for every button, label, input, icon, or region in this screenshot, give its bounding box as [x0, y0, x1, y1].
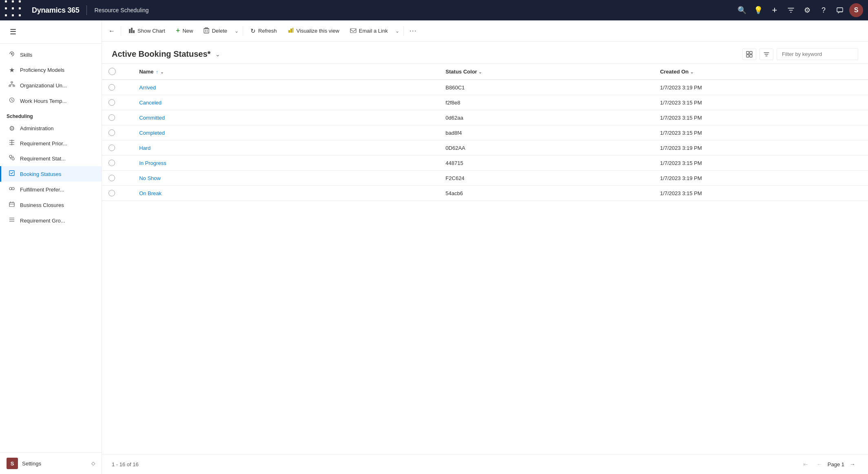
row-name-cell-3: Completed [133, 125, 439, 140]
created-chevron-icon[interactable]: ⌄ [690, 70, 693, 74]
sidebar-nav: Skills ★ Proficiency Models Organization… [0, 44, 102, 452]
name-sort-icon[interactable]: ↑ [156, 69, 158, 74]
row-name-link-2[interactable]: Committed [139, 115, 165, 121]
new-button[interactable]: + New [171, 24, 198, 38]
business-closures-icon [8, 201, 16, 209]
email-dropdown-button[interactable]: ⌄ [394, 24, 401, 38]
sidebar-item-requirement-status[interactable]: Requirement Stat... [0, 151, 102, 166]
row-name-link-4[interactable]: Hard [139, 145, 151, 151]
email-icon [350, 27, 356, 34]
table-header-row: Name ↑ ⌄ Status Color ⌄ Created On ⌄ [102, 64, 868, 80]
req-priority-icon [8, 140, 16, 147]
delete-icon [204, 27, 209, 35]
first-page-button[interactable]: ⇤ [800, 458, 811, 470]
email-link-button[interactable]: Email a Link [345, 24, 393, 38]
column-header-name: Name ↑ ⌄ [133, 64, 439, 80]
skills-icon [8, 51, 16, 59]
sidebar-item-fulfillment[interactable]: Fulfillment Prefer... [0, 182, 102, 197]
sidebar-item-label-fulfillment: Fulfillment Prefer... [20, 187, 64, 193]
row-name-cell-5: In Progress [133, 156, 439, 171]
row-checkbox-7[interactable] [108, 190, 115, 196]
row-name-link-3[interactable]: Completed [139, 130, 165, 136]
filter-input[interactable] [777, 48, 858, 60]
row-name-link-7[interactable]: On Break [139, 190, 162, 196]
svg-rect-31 [750, 55, 752, 57]
help-icon[interactable]: ? [817, 3, 830, 17]
module-name: Resource Scheduling [94, 7, 148, 13]
svg-rect-0 [837, 8, 843, 12]
row-checkbox-4[interactable] [108, 145, 115, 151]
sidebar-item-booking-statuses[interactable]: Booking Statuses [0, 166, 102, 182]
sidebar-item-label-skills: Skills [20, 52, 32, 58]
sidebar-item-workhours[interactable]: Work Hours Temp... [0, 93, 102, 109]
name-chevron-icon[interactable]: ⌄ [160, 70, 164, 74]
row-name-link-5[interactable]: In Progress [139, 160, 166, 166]
table-row: Completed bad8f4 1/7/2023 3:15 PM [102, 125, 868, 140]
header-checkbox-cell [102, 64, 133, 80]
row-checkbox-5[interactable] [108, 160, 115, 166]
row-name-link-1[interactable]: Canceled [139, 100, 162, 106]
row-status-cell-4: 0D62AA [439, 140, 653, 156]
table-row: Canceled f2f8e8 1/7/2023 3:15 PM [102, 95, 868, 110]
sidebar-item-requirement-priority[interactable]: Requirement Prior... [0, 136, 102, 151]
table-row: On Break 54acb6 1/7/2023 3:15 PM [102, 186, 868, 201]
row-status-cell-7: 54acb6 [439, 186, 653, 201]
administration-icon: ⚙ [8, 125, 16, 132]
user-avatar[interactable]: S [849, 3, 863, 17]
sidebar-item-proficiency[interactable]: ★ Proficiency Models [0, 62, 102, 78]
view-toggle-button[interactable] [742, 49, 756, 60]
row-created-cell-3: 1/7/2023 3:15 PM [653, 125, 868, 140]
sidebar-hamburger[interactable]: ☰ [0, 20, 102, 44]
filter-button[interactable] [760, 49, 773, 60]
sidebar-item-org[interactable]: Organizational Un... [0, 78, 102, 93]
feedback-icon[interactable] [833, 3, 847, 17]
more-options-button[interactable]: ··· [406, 24, 420, 38]
refresh-button[interactable]: ↻ Refresh [246, 24, 282, 38]
prev-page-button[interactable]: ← [814, 458, 825, 470]
row-name-link-6[interactable]: No Show [139, 175, 161, 181]
hamburger-button[interactable]: ☰ [7, 25, 20, 38]
row-status-cell-3: bad8f4 [439, 125, 653, 140]
row-created-cell-0: 1/7/2023 3:19 PM [653, 80, 868, 95]
sidebar-item-administration[interactable]: ⚙ Administration [0, 121, 102, 136]
svg-point-11 [12, 158, 14, 160]
row-checkbox-cell [102, 95, 133, 110]
back-button[interactable]: ← [105, 24, 118, 38]
row-created-cell-7: 1/7/2023 3:15 PM [653, 186, 868, 201]
row-checkbox-6[interactable] [108, 175, 115, 181]
command-bar: ← Show Chart + New Delete ⌄ [102, 20, 868, 42]
settings-icon[interactable]: ⚙ [800, 3, 814, 17]
lightbulb-icon[interactable]: 💡 [751, 3, 765, 17]
fulfillment-icon [8, 185, 16, 194]
next-page-button[interactable]: → [847, 458, 858, 470]
sidebar-item-business-closures[interactable]: Business Closures [0, 197, 102, 213]
sidebar-item-requirement-groups[interactable]: Requirement Gro... [0, 213, 102, 228]
page-header: Active Booking Statuses* ⌄ [102, 42, 868, 64]
delete-dropdown-button[interactable]: ⌄ [233, 24, 240, 38]
add-icon[interactable]: + [768, 3, 782, 17]
sidebar-settings[interactable]: S Settings ◇ [0, 452, 102, 474]
svg-rect-3 [9, 85, 11, 87]
delete-button[interactable]: Delete [199, 24, 232, 38]
row-checkbox-2[interactable] [108, 114, 115, 121]
filter-icon[interactable] [784, 3, 798, 17]
row-checkbox-1[interactable] [108, 99, 115, 106]
sidebar-item-skills[interactable]: Skills [0, 47, 102, 62]
show-chart-button[interactable]: Show Chart [124, 24, 170, 38]
status-chevron-icon[interactable]: ⌄ [478, 70, 482, 74]
page-area: Active Booking Statuses* ⌄ [102, 42, 868, 474]
svg-point-10 [9, 155, 12, 158]
row-status-cell-2: 0d62aa [439, 110, 653, 125]
table-row: No Show F2C624 1/7/2023 3:19 PM [102, 171, 868, 186]
visualize-button[interactable]: Visualize this view [283, 24, 344, 38]
row-checkbox-3[interactable] [108, 129, 115, 136]
row-created-cell-5: 1/7/2023 3:15 PM [653, 156, 868, 171]
page-title-chevron-icon[interactable]: ⌄ [215, 51, 220, 58]
row-name-link-0[interactable]: Arrived [139, 85, 156, 91]
row-checkbox-0[interactable] [108, 84, 115, 91]
search-icon[interactable]: 🔍 [735, 3, 749, 17]
cmd-divider-1 [243, 26, 243, 36]
svg-rect-21 [131, 28, 133, 33]
select-all-checkbox[interactable] [108, 68, 116, 75]
app-grid-icon[interactable] [5, 0, 24, 20]
